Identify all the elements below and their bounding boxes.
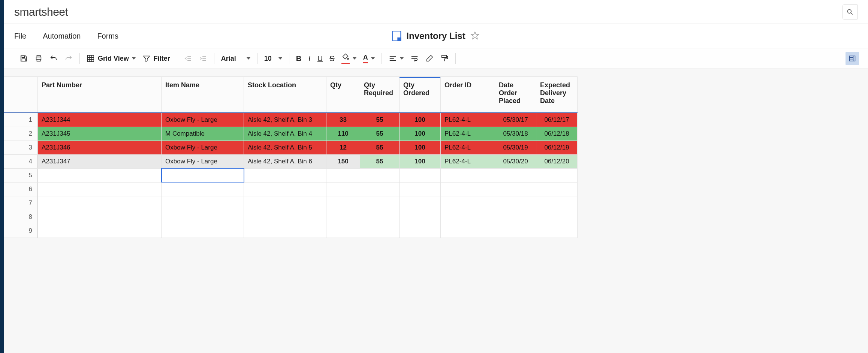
outdent-button[interactable] <box>184 54 192 63</box>
menu-automation[interactable]: Automation <box>43 32 81 40</box>
column-header-qty[interactable]: Qty <box>326 77 360 113</box>
column-header-qty_ordered[interactable]: Qty Ordered <box>400 77 441 113</box>
column-header-order_id[interactable]: Order ID <box>441 77 495 113</box>
cell-expected_delivery_date[interactable]: 06/12/19 <box>536 141 578 154</box>
cell-qty_required[interactable]: 55 <box>360 113 400 127</box>
cell-date_order_placed[interactable]: 05/30/19 <box>495 141 536 154</box>
cell-qty_required[interactable]: 55 <box>360 127 400 141</box>
font-family-select[interactable]: Arial <box>221 55 250 63</box>
cell-qty_ordered[interactable] <box>400 224 441 238</box>
cell-stock_location[interactable]: Aisle 42, Shelf A, Bin 5 <box>244 141 326 154</box>
cell-stock_location[interactable] <box>244 168 326 182</box>
cell-qty_ordered[interactable] <box>400 182 441 196</box>
row-number[interactable]: 8 <box>4 210 38 224</box>
cell-qty_ordered[interactable]: 100 <box>400 141 441 154</box>
cell-expected_delivery_date[interactable]: 06/12/17 <box>536 113 578 127</box>
column-header-stock_location[interactable]: Stock Location <box>244 77 326 113</box>
cell-part_number[interactable]: A231J345 <box>38 127 162 141</box>
wrap-button[interactable] <box>410 54 419 63</box>
column-header-item_name[interactable]: Item Name <box>162 77 244 113</box>
cell-item_name[interactable] <box>162 224 244 238</box>
cell-date_order_placed[interactable]: 05/30/18 <box>495 127 536 141</box>
cell-qty[interactable]: 110 <box>326 127 360 141</box>
cell-item_name[interactable]: Oxbow Fly - Large <box>162 154 244 168</box>
cell-qty_required[interactable] <box>360 196 400 210</box>
column-header-date_order_placed[interactable]: Date Order Placed <box>495 77 536 113</box>
cell-date_order_placed[interactable] <box>495 196 536 210</box>
italic-button[interactable]: I <box>308 54 311 63</box>
cell-expected_delivery_date[interactable] <box>536 196 578 210</box>
cell-item_name[interactable]: M Compatible <box>162 127 244 141</box>
cell-stock_location[interactable]: Aisle 42, Shelf A, Bin 4 <box>244 127 326 141</box>
sheet-area[interactable]: Part NumberItem NameStock LocationQtyQty… <box>4 69 868 353</box>
underline-button[interactable]: U <box>317 54 323 63</box>
cell-expected_delivery_date[interactable]: 06/12/18 <box>536 127 578 141</box>
favorite-button[interactable] <box>471 31 480 41</box>
cell-date_order_placed[interactable] <box>495 224 536 238</box>
cell-expected_delivery_date[interactable] <box>536 210 578 224</box>
font-size-select[interactable]: 10 <box>264 55 282 63</box>
cell-qty_ordered[interactable]: 100 <box>400 113 441 127</box>
cell-stock_location[interactable] <box>244 196 326 210</box>
cell-qty[interactable]: 150 <box>326 154 360 168</box>
cell-order_id[interactable] <box>441 224 495 238</box>
strikethrough-button[interactable]: S <box>329 54 334 63</box>
right-panel-toggle[interactable] <box>846 52 859 65</box>
cell-qty[interactable]: 12 <box>326 141 360 154</box>
cell-part_number[interactable]: A231J347 <box>38 154 162 168</box>
cell-date_order_placed[interactable] <box>495 168 536 182</box>
row-number[interactable]: 9 <box>4 224 38 238</box>
cell-qty_ordered[interactable]: 100 <box>400 127 441 141</box>
row-number[interactable]: 5 <box>4 168 38 182</box>
indent-button[interactable] <box>199 54 207 63</box>
row-number[interactable]: 6 <box>4 182 38 196</box>
cell-date_order_placed[interactable]: 05/30/17 <box>495 113 536 127</box>
cell-date_order_placed[interactable] <box>495 210 536 224</box>
view-switcher[interactable]: Grid View <box>87 54 136 63</box>
cell-expected_delivery_date[interactable] <box>536 182 578 196</box>
format-painter-button[interactable] <box>440 54 449 63</box>
cell-qty_required[interactable] <box>360 182 400 196</box>
cell-order_id[interactable] <box>441 210 495 224</box>
cell-expected_delivery_date[interactable] <box>536 224 578 238</box>
row-number[interactable]: 4 <box>4 154 38 168</box>
cell-qty_ordered[interactable]: 100 <box>400 154 441 168</box>
row-number[interactable]: 2 <box>4 127 38 141</box>
cell-order_id[interactable] <box>441 196 495 210</box>
cell-qty[interactable] <box>326 224 360 238</box>
cell-part_number[interactable] <box>38 224 162 238</box>
cell-order_id[interactable]: PL62-4-L <box>441 127 495 141</box>
cell-stock_location[interactable]: Aisle 42, Shelf A, Bin 3 <box>244 113 326 127</box>
save-button[interactable] <box>19 54 28 63</box>
cell-order_id[interactable]: PL62-4-L <box>441 113 495 127</box>
redo-button[interactable] <box>64 54 73 63</box>
cell-qty_required[interactable] <box>360 224 400 238</box>
cell-order_id[interactable] <box>441 168 495 182</box>
cell-item_name[interactable] <box>162 182 244 196</box>
cell-qty_ordered[interactable] <box>400 168 441 182</box>
fill-color-button[interactable] <box>341 53 356 64</box>
cell-part_number[interactable]: A231J346 <box>38 141 162 154</box>
cell-qty[interactable] <box>326 210 360 224</box>
row-number[interactable]: 7 <box>4 196 38 210</box>
cell-qty[interactable] <box>326 182 360 196</box>
text-color-button[interactable]: A <box>363 54 375 63</box>
row-number[interactable]: 1 <box>4 113 38 127</box>
cell-order_id[interactable]: PL62-4-L <box>441 154 495 168</box>
sheet-title[interactable]: Inventory List <box>406 31 465 41</box>
cell-item_name[interactable] <box>162 168 244 182</box>
cell-item_name[interactable] <box>162 196 244 210</box>
cell-expected_delivery_date[interactable] <box>536 168 578 182</box>
corner-cell[interactable] <box>4 77 38 113</box>
cell-qty_ordered[interactable] <box>400 196 441 210</box>
cell-part_number[interactable]: A231J344 <box>38 113 162 127</box>
row-number[interactable]: 3 <box>4 141 38 154</box>
cell-qty_required[interactable] <box>360 210 400 224</box>
cell-stock_location[interactable] <box>244 210 326 224</box>
cell-qty_required[interactable]: 55 <box>360 154 400 168</box>
cell-qty[interactable] <box>326 168 360 182</box>
cell-qty[interactable] <box>326 196 360 210</box>
menu-file[interactable]: File <box>14 32 26 40</box>
cell-stock_location[interactable] <box>244 182 326 196</box>
column-header-expected_delivery_date[interactable]: Expected Delivery Date <box>536 77 578 113</box>
